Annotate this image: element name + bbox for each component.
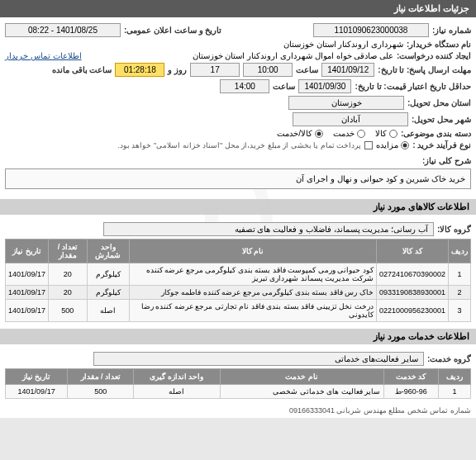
announce-field: 1401/08/25 - 08:22 (5, 23, 121, 37)
radio-goods[interactable]: کالا (375, 129, 397, 138)
services-table: ردیف کد خدمت نام خدمت واحد اندازه گیری ت… (5, 368, 471, 399)
deadline-date: 1401/09/12 (321, 63, 374, 77)
goods-section-title: اطلاعات کالاهای مورد نیاز (0, 199, 476, 215)
validity-label: حداقل تاریخ اعتبار قیمت: تا تاریخ: (355, 82, 471, 91)
radio-both[interactable]: کالا/خدمت (277, 129, 323, 138)
radio-service[interactable]: خدمت (333, 129, 365, 138)
need-number-field: 1101090623000038 (313, 23, 429, 37)
buyer-org-label: نام دستگاه خریدار: (407, 40, 471, 49)
goods-th-name: نام کالا (130, 239, 377, 263)
city-field: آبادان (293, 112, 408, 126)
radio-mazayede[interactable]: مزایده (376, 140, 409, 149)
svc-th-unit: واحد اندازه گیری (134, 369, 220, 385)
svc-th-code: کد خدمت (383, 369, 439, 385)
page-header: جزئیات اطلاعات نیاز (0, 0, 476, 17)
days-remaining: 17 (190, 63, 240, 77)
services-group-label: گروه خدمت: (427, 354, 471, 363)
goods-th-qty: تعداد / مقدار (49, 239, 87, 263)
contact-link[interactable]: اطلاعات تماس خریدار (5, 51, 82, 60)
goods-th-unit: واحد شمارش (87, 239, 129, 263)
requester-label: ایجاد کننده درخواست: (397, 51, 471, 60)
requester: علی صادقی خواه اموال شهرداری اروندکنار ا… (193, 51, 393, 60)
countdown: 01:28:18 (115, 63, 164, 77)
countdown-label: ساعت باقی مانده (52, 65, 112, 74)
goods-th-idx: ردیف (449, 239, 471, 263)
announce-label: تاریخ و ساعت اعلان عمومی: (124, 26, 221, 35)
services-group-field: سایر فعالیت‌های خدماتی (93, 352, 424, 366)
goods-group-label: گروه کالا: (437, 225, 471, 234)
footer-contact: شماره تماس شخص مطلع مهندس شربانی 0916633… (289, 406, 471, 415)
desc-text: خرید خاک شیرین و کود حیوانی و نهال و اجر… (296, 174, 465, 183)
goods-th-date: تاریخ نیاز (6, 239, 49, 263)
svc-th-name: نام خدمت (220, 369, 383, 385)
subject-type-radios: کالا خدمت کالا/خدمت (277, 129, 397, 138)
deadline-time: 10:00 (243, 63, 293, 77)
province-label: استان محل تحویل: (407, 98, 471, 107)
subject-type-label: دسته بندی موضوعی: (401, 129, 471, 138)
header-title: جزئیات اطلاعات نیاز (394, 3, 469, 13)
days-label: روز و (168, 65, 187, 74)
time-label-2: ساعت (273, 82, 295, 91)
payment-note: پرداخت تمام یا بخشی از مبلغ خرید،از محل … (117, 141, 361, 149)
table-row: 1 0272410670390002 کود حیوانی ورمی کمپوس… (6, 263, 471, 286)
desc-label: شرح کلی نیاز: (422, 156, 471, 165)
validity-date: 1401/09/30 (298, 79, 351, 93)
svc-th-date: تاریخ نیاز (6, 369, 68, 385)
process-radios: مزایده (376, 140, 409, 149)
desc-box: خرید خاک شیرین و کود حیوانی و نهال و اجر… (5, 168, 471, 189)
need-number-label: شماره نیاز: (432, 26, 471, 35)
time-label-1: ساعت (296, 65, 318, 74)
goods-table: ردیف کد کالا نام کالا واحد شمارش تعداد /… (5, 239, 471, 322)
table-row: 1 960-96-ط سایر فعالیت های خدماتی شخصی ا… (6, 385, 471, 399)
buyer-org: شهرداری اروندکنار استان خوزستان (283, 40, 403, 49)
table-row: 3 0221000956230001 درخت نخل تزیینی فاقد … (6, 300, 471, 322)
city-label: شهر محل تحویل: (412, 115, 471, 124)
table-row: 2 0933190838930001 خاک رس فاقد بسته بندی… (6, 286, 471, 300)
payment-checkbox[interactable] (364, 141, 373, 149)
goods-group-field: آب رسانی؛ مدیریت پسماند، فاضلاب و فعالیت… (103, 222, 434, 236)
goods-th-code: کد کالا (376, 239, 448, 263)
svc-th-idx: ردیف (439, 369, 471, 385)
validity-time: 14:00 (220, 79, 269, 93)
svc-th-qty: تعداد / مقدار (68, 369, 134, 385)
services-section-title: اطلاعات خدمات مورد نیاز (0, 329, 476, 344)
deadline-label: مهلت ارسال پاسخ: تا تاریخ: (378, 65, 471, 74)
province-field: خوزستان (288, 96, 404, 110)
process-label: نوع فرآیند خرید : (412, 140, 471, 149)
